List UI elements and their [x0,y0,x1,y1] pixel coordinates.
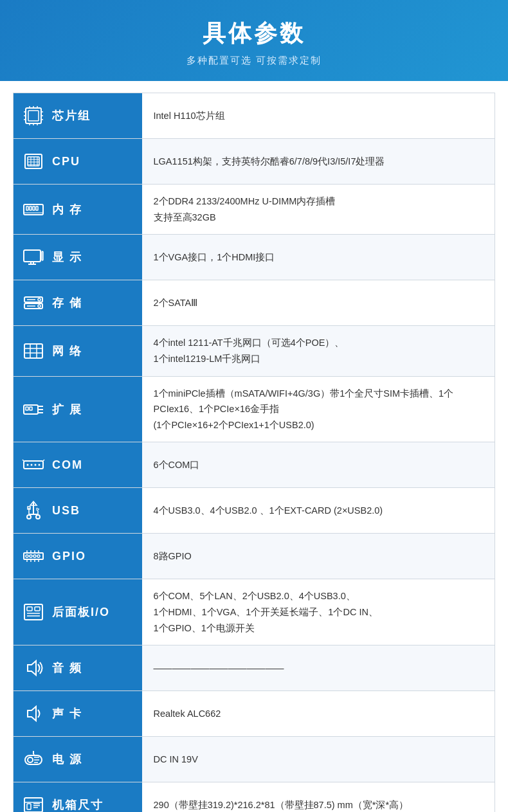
svg-rect-45 [26,407,28,410]
value-cell-display: 1个VGA接口，1个HDMI接口 [142,235,495,280]
svg-rect-32 [42,251,43,260]
label-cell-soundcard: 声 卡 [14,691,142,737]
label-text-expand: 扩 展 [52,402,82,417]
label-text-com: COM [52,458,83,472]
page-subtitle: 多种配置可选 可按需求定制 [13,55,495,67]
svg-rect-28 [24,250,41,262]
network-icon [20,338,47,365]
table-row: CPULGA1151构架，支持英特尔酷睿6/7/8/9代I3/I5/I7处理器 [14,139,495,185]
page-header: 具体参数 多种配置可选 可按需求定制 [0,0,508,81]
label-cell-network: 网 络 [14,326,142,376]
svg-line-55 [23,460,24,461]
value-cell-com: 6个COM口 [142,442,495,488]
label-cell-memory: 内 存 [14,185,142,235]
label-cell-gpio: GPIO [14,534,142,579]
usb-icon [20,497,47,524]
table-row: USB4个USB3.0、4个USB2.0 、1个EXT-CARD (2×USB2… [14,488,495,534]
svg-rect-26 [36,206,38,210]
soundcard-icon [20,700,47,727]
audio-icon [20,654,47,681]
svg-rect-25 [33,206,35,210]
storage-icon [20,289,47,316]
value-cell-audio: —————————————— [142,645,495,691]
table-row: 声 卡Realtek ALC662 [14,691,495,737]
svg-point-58 [36,515,40,519]
value-cell-soundcard: Realtek ALC662 [142,691,495,737]
gpio-icon [20,543,47,570]
svg-rect-23 [26,206,28,210]
svg-point-53 [35,464,37,466]
label-text-power: 电 源 [52,752,82,767]
label-cell-power: 电 源 [14,737,142,782]
power-icon [20,746,47,773]
svg-point-57 [27,515,31,519]
value-cell-memory: 2个DDR4 2133/2400MHz U-DIMM内存插槽支持至高32GB [142,185,495,235]
svg-point-64 [30,555,32,557]
table-row: GPIO8路GPIO [14,534,495,579]
svg-point-36 [38,305,41,307]
value-cell-gpio: 8路GPIO [142,534,495,579]
display-icon [20,244,47,271]
memory-icon [20,196,47,223]
svg-rect-76 [27,607,32,611]
table-row: 扩 展1个miniPCle插槽（mSATA/WIFI+4G/3G）带1个全尺寸S… [14,376,495,442]
label-cell-chassis: 机箱尺寸 [14,782,142,812]
chassis-icon [20,791,47,812]
value-cell-cpu: LGA1151构架，支持英特尔酷睿6/7/8/9代I3/I5/I7处理器 [142,139,495,185]
chipset-icon [20,102,47,129]
svg-rect-24 [30,206,32,210]
table-row: 显 示1个VGA接口，1个HDMI接口 [14,235,495,280]
svg-point-52 [31,464,33,466]
value-cell-storage: 2个SATAⅢ [142,280,495,326]
spec-table-wrapper: 芯片组Intel H110芯片组 CPULGA1151构架，支持英特尔酷睿6/7… [0,81,508,812]
label-cell-usb: USB [14,488,142,534]
label-cell-cpu: CPU [14,139,142,185]
value-cell-chipset: Intel H110芯片组 [142,93,495,139]
com-icon [20,451,47,478]
label-cell-com: COM [14,442,142,488]
label-cell-expand: 扩 展 [14,376,142,442]
value-cell-expand: 1个miniPCle插槽（mSATA/WIFI+4G/3G）带1个全尺寸SIM卡… [142,376,495,442]
page-title: 具体参数 [13,18,495,50]
label-text-storage: 存 储 [52,295,82,311]
value-cell-usb: 4个USB3.0、4个USB2.0 、1个EXT-CARD (2×USB2.0) [142,488,495,534]
svg-point-54 [39,464,41,466]
svg-rect-39 [24,344,42,358]
label-text-gpio: GPIO [52,550,86,563]
table-row: 后面板I/O6个COM、5个LAN、2个USB2.0、4个USB3.0、1个HD… [14,579,495,645]
table-row: 内 存2个DDR4 2133/2400MHz U-DIMM内存插槽支持至高32G… [14,185,495,235]
label-text-cpu: CPU [52,155,80,168]
label-text-audio: 音 频 [52,660,82,676]
label-text-memory: 内 存 [52,202,82,217]
table-row: 机箱尺寸290（带壁挂319.2)*216.2*81（带壁挂87.5) mm（宽… [14,782,495,812]
svg-point-65 [33,555,36,557]
svg-rect-46 [30,407,32,410]
label-text-display: 显 示 [52,249,82,265]
label-cell-audio: 音 频 [14,645,142,691]
label-cell-rearIO: 后面板I/O [14,579,142,645]
label-text-network: 网 络 [52,343,82,359]
svg-point-35 [38,298,41,301]
svg-rect-88 [27,804,31,809]
label-text-soundcard: 声 卡 [52,706,82,721]
label-cell-chipset: 芯片组 [14,93,142,139]
spec-table: 芯片组Intel H110芯片组 CPULGA1151构架，支持英特尔酷睿6/7… [13,93,495,812]
label-text-chipset: 芯片组 [52,108,91,123]
svg-point-66 [37,555,40,557]
expand-icon [20,396,47,423]
table-row: COM6个COM口 [14,442,495,488]
table-row: 网 络4个intel 1211-AT千兆网口（可选4个POE）、1个intel1… [14,326,495,376]
table-row: 音 频—————————————— [14,645,495,691]
svg-point-51 [27,464,29,466]
table-row: 芯片组Intel H110芯片组 [14,93,495,139]
rearIO-icon [20,599,47,626]
value-cell-chassis: 290（带壁挂319.2)*216.2*81（带壁挂87.5) mm（宽*深*高… [142,782,495,812]
value-cell-network: 4个intel 1211-AT千兆网口（可选4个POE）、1个intel1219… [142,326,495,376]
value-cell-rearIO: 6个COM、5个LAN、2个USB2.0、4个USB3.0、1个HDMI、1个V… [142,579,495,645]
svg-point-81 [28,757,33,762]
cpu-icon [20,148,47,175]
svg-point-63 [26,555,28,557]
table-row: 电 源DC IN 19V [14,737,495,782]
label-text-rearIO: 后面板I/O [52,604,110,620]
label-cell-storage: 存 储 [14,280,142,326]
